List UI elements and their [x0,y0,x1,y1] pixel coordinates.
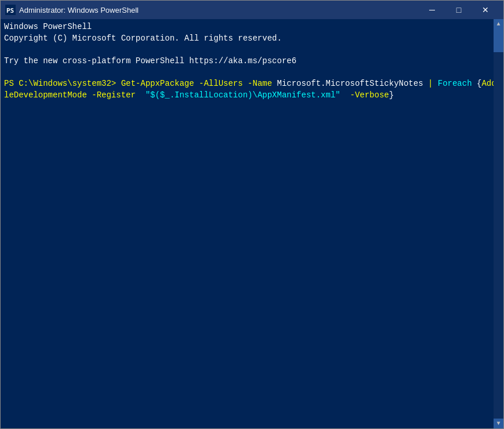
minimize-button[interactable]: ─ [419,1,445,19]
console-output[interactable]: Windows PowerShell Copyright (C) Microso… [1,19,494,428]
close-button[interactable]: ✕ [472,1,499,19]
cmd-register-param: -Register [87,90,136,100]
vertical-scrollbar: ▲ ▼ [494,19,503,428]
cmd-allusers-param: -AllUsers [194,79,243,88]
window-controls: ─ □ ✕ [419,1,499,19]
powershell-icon: PS [5,5,16,15]
scroll-down-button[interactable]: ▼ [494,419,503,428]
window-title: Administrator: Windows PowerShell [19,6,419,14]
ps-prompt: PS C:\Windows\system32> [4,79,116,88]
line-powershell-header: Windows PowerShell Copyright (C) Microso… [4,22,296,66]
cmd-foreach: Foreach [433,79,472,88]
cmd-get-appxpackage: Get-AppxPackage [116,79,194,88]
cmd-name-param: -Name [243,79,272,88]
console-area[interactable]: Windows PowerShell Copyright (C) Microso… [1,19,503,428]
cmd-path-value: "$($_.InstallLocation)\AppXManifest.xml" [136,90,340,100]
powershell-window: PS Administrator: Windows PowerShell ─ □… [0,0,504,429]
cmd-verbose-param: -Verbose [340,90,389,100]
cmd-stickyname-value: Microsoft.MicrosoftStickyNotes [272,79,423,88]
cmd-disabledm-param2: leDevelopmentMode [4,90,87,100]
cmd-block-open: { [472,79,482,88]
scroll-track[interactable] [494,29,503,419]
cmd-block-close: } [389,90,394,100]
scroll-up-button[interactable]: ▲ [494,19,503,29]
maximize-button[interactable]: □ [445,1,472,19]
svg-text:PS: PS [6,7,14,14]
cmd-pipe: | [423,79,433,88]
cmd-add-appxpackage: Add-AppxPackage [481,79,494,88]
scroll-thumb[interactable] [494,29,503,52]
title-bar: PS Administrator: Windows PowerShell ─ □… [1,1,503,19]
